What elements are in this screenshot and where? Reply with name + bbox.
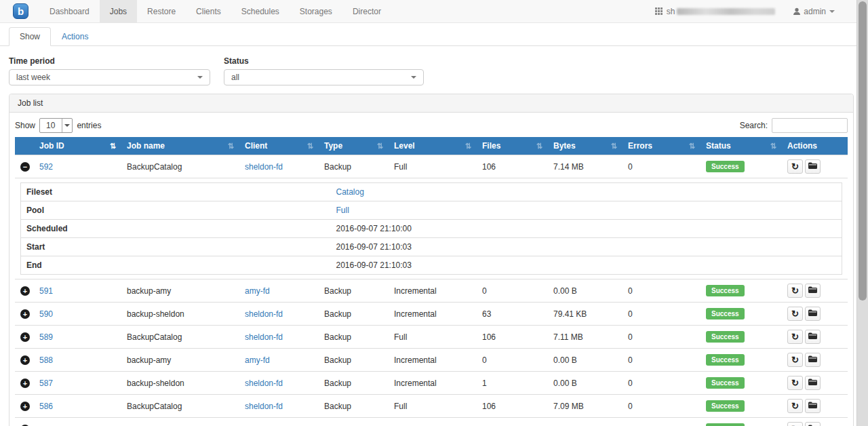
rerun-job-button[interactable]: ↻ [787,399,803,413]
client-link[interactable]: sheldon-fd [245,309,283,319]
job-files-cell: 0 [477,418,548,426]
job-files-button[interactable] [805,330,821,344]
search-input[interactable] [772,118,848,133]
job-files-button[interactable] [805,284,821,298]
job-files-button[interactable] [805,353,821,367]
sort-icon[interactable]: ⇅ [611,141,617,151]
expand-row-button[interactable]: + [20,379,30,388]
job-id-link[interactable]: 591 [39,286,53,296]
search-label: Search: [740,121,768,130]
rerun-job-button[interactable]: ↻ [787,284,803,298]
sort-icon[interactable]: ⇅ [228,141,234,151]
nav-item-schedules[interactable]: Schedules [231,0,290,22]
job-files-button[interactable] [805,422,821,426]
client-link[interactable]: sheldon-fd [245,379,283,388]
column-header-job-name[interactable]: ⇅Job name [121,137,239,155]
job-name-cell: BackupCatalog [121,155,239,178]
vertical-scrollbar[interactable] [856,0,868,426]
column-header-label: Client [245,141,267,151]
job-files-button[interactable] [805,376,821,390]
job-name-cell: backup-amy [121,418,239,426]
time-period-select[interactable]: last week [9,69,210,85]
actions-cell: ↻ [782,418,848,426]
sort-icon[interactable]: ⇅ [465,141,471,151]
job-files-button[interactable] [805,159,821,174]
detail-field-row: End2016-09-07 21:10:03 [21,256,842,275]
column-header-status[interactable]: ⇅Status [701,137,782,155]
client-link[interactable]: amy-fd [245,355,270,365]
job-files-cell: 106 [477,155,548,178]
status-cell: Success [701,395,782,418]
rerun-job-button[interactable]: ↻ [787,376,803,390]
sort-icon[interactable]: ⇅ [377,141,383,151]
detail-field-value: 2016-09-07 21:10:00 [331,220,842,238]
collapse-row-button[interactable]: − [20,162,30,172]
job-id-link[interactable]: 589 [39,332,53,342]
job-id-link[interactable]: 590 [39,309,53,319]
client-link[interactable]: sheldon-fd [245,162,283,172]
detail-value-link[interactable]: Catalog [336,187,364,197]
tab-show[interactable]: Show [9,27,51,46]
user-menu[interactable]: admin [793,7,835,16]
rerun-job-button[interactable]: ↻ [787,159,803,174]
search-control: Search: [740,118,848,133]
status-cell: Success [701,279,782,303]
sort-icon[interactable]: ⇅ [536,141,542,151]
sort-icon[interactable]: ⇅ [110,141,116,151]
expand-row-button[interactable]: + [20,332,30,342]
job-list-panel: Job list Show 10 entries Search: [9,94,854,426]
nav-item-clients[interactable]: Clients [186,0,231,22]
column-header-job-id[interactable]: ⇅Job ID [34,137,121,155]
column-header-bytes[interactable]: ⇅Bytes [548,137,623,155]
client-cell: sheldon-fd [239,395,319,418]
client-cell: amy-fd [239,418,319,426]
job-name-cell: BackupCatalog [121,326,239,349]
status-select[interactable]: all [224,69,424,85]
detail-value-link[interactable]: Full [336,206,349,215]
client-link[interactable]: amy-fd [245,286,270,296]
apps-grid-icon[interactable] [655,7,663,15]
job-id-link[interactable]: 586 [39,402,53,411]
status-badge: Success [706,161,745,172]
column-header-errors[interactable]: ⇅Errors [623,137,701,155]
entries-select[interactable]: 10 [39,118,73,133]
entries-length-control: Show 10 entries [15,118,101,133]
rerun-job-button[interactable]: ↻ [787,307,803,321]
column-header-actions[interactable]: Actions [782,137,848,155]
column-header-type[interactable]: ⇅Type [319,137,389,155]
sort-icon[interactable]: ⇅ [689,141,695,151]
job-id-link[interactable]: 588 [39,355,53,365]
client-link[interactable]: sheldon-fd [245,332,283,342]
status-badge: Success [706,308,745,320]
sort-icon[interactable]: ⇅ [307,141,313,151]
brand-logo[interactable]: b [0,0,39,22]
expand-row-button[interactable]: + [20,402,30,411]
job-files-cell: 106 [477,326,548,349]
nav-item-dashboard[interactable]: Dashboard [39,0,100,22]
column-header-level[interactable]: ⇅Level [389,137,477,155]
rerun-job-button[interactable]: ↻ [787,422,803,426]
sort-icon[interactable]: ⇅ [770,141,776,151]
hostname-prefix: sh [667,7,675,16]
rerun-job-button[interactable]: ↻ [787,330,803,344]
column-header-client[interactable]: ⇅Client [239,137,319,155]
job-files-button[interactable] [805,307,821,321]
job-id-link[interactable]: 587 [39,379,53,388]
client-link[interactable]: sheldon-fd [245,402,283,411]
scrollbar-thumb[interactable] [859,1,867,301]
rerun-job-button[interactable]: ↻ [787,353,803,367]
job-files-button[interactable] [805,399,821,413]
nav-item-restore[interactable]: Restore [137,0,186,22]
detail-field-row: FilesetCatalog [21,183,842,201]
job-id-link[interactable]: 592 [39,162,53,172]
expand-row-button[interactable]: + [20,286,30,296]
tab-actions[interactable]: Actions [51,27,99,46]
expand-row-button[interactable]: + [20,355,30,365]
nav-item-storages[interactable]: Storages [290,0,342,22]
nav-item-director[interactable]: Director [342,0,391,22]
nav-item-jobs[interactable]: Jobs [100,0,137,22]
client-cell: sheldon-fd [239,303,319,326]
folder-icon [808,309,817,319]
expand-row-button[interactable]: + [20,309,30,319]
column-header-files[interactable]: ⇅Files [477,137,548,155]
